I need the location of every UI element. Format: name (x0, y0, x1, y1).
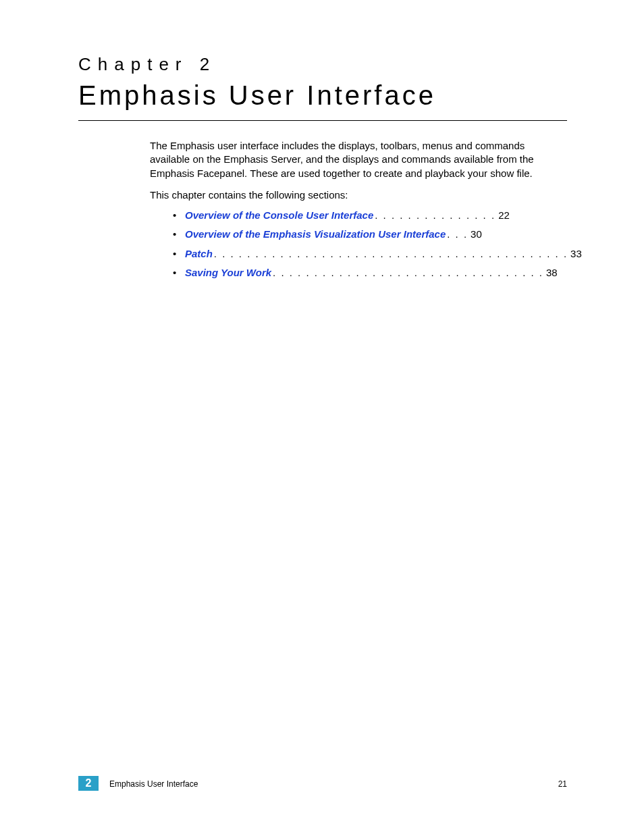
toc-leader-dots: . . . . . . . . . . . . . . . (373, 209, 497, 222)
toc-item: • Saving Your Work . . . . . . . . . . .… (173, 266, 567, 280)
bullet-icon: • (173, 247, 185, 261)
footer-title: Emphasis User Interface (109, 779, 198, 789)
page-footer: 2 Emphasis User Interface 21 (78, 775, 567, 791)
chapter-label: Chapter 2 (78, 54, 567, 75)
chapter-number-badge: 2 (78, 776, 99, 791)
page: Chapter 2 Emphasis User Interface The Em… (0, 0, 644, 834)
toc-list: • Overview of the Console User Interface… (173, 209, 567, 280)
toc-page-number: 38 (545, 266, 558, 280)
toc-leader-dots: . . . . . . . . . . . . . . . . . . . . … (213, 247, 569, 261)
toc-item: • Overview of the Emphasis Visualization… (173, 228, 567, 241)
sections-line: This chapter contains the following sect… (150, 188, 567, 202)
bullet-icon: • (173, 266, 185, 280)
chapter-header: Chapter 2 Emphasis User Interface (78, 54, 567, 118)
chapter-title: Emphasis User Interface (78, 80, 567, 118)
toc-link-overview-visualization[interactable]: Overview of the Emphasis Visualization U… (185, 228, 446, 241)
footer-page-number: 21 (558, 779, 567, 789)
toc-item: • Overview of the Console User Interface… (173, 209, 567, 222)
toc-page-number: 33 (569, 247, 582, 261)
toc-leader-dots: . . . . . . . . . . . . . . . . . . . . … (271, 266, 545, 280)
toc-link-saving-work[interactable]: Saving Your Work (185, 266, 271, 280)
bullet-icon: • (173, 209, 185, 222)
intro-paragraph: The Emphasis user interface includes the… (150, 139, 567, 180)
toc-page-number: 30 (469, 228, 482, 241)
bullet-icon: • (173, 228, 185, 241)
toc-link-overview-console[interactable]: Overview of the Console User Interface (185, 209, 373, 222)
header-rule (78, 120, 567, 121)
toc-item: • Patch . . . . . . . . . . . . . . . . … (173, 247, 567, 261)
body: The Emphasis user interface includes the… (150, 139, 567, 285)
toc-leader-dots: . . . (446, 228, 469, 241)
toc-link-patch[interactable]: Patch (185, 247, 213, 261)
toc-page-number: 22 (497, 209, 510, 222)
